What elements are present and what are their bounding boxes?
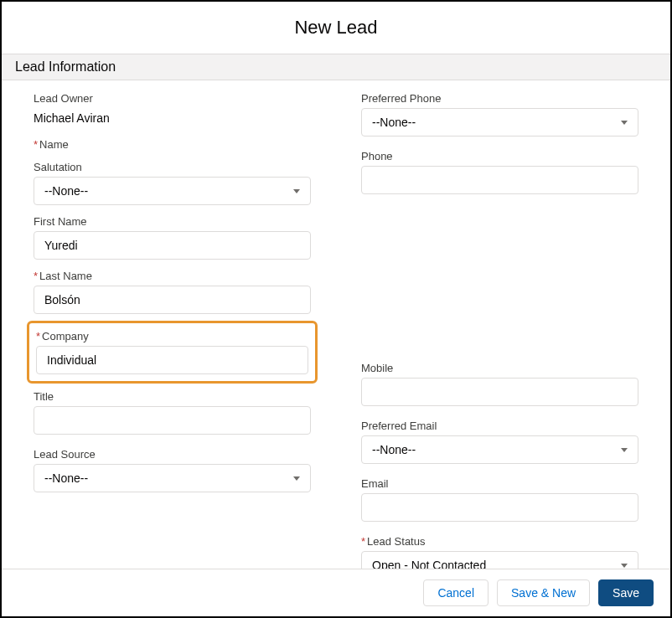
chevron-down-icon <box>621 564 628 568</box>
field-email: Email <box>361 477 638 522</box>
left-column: Lead Owner Michael Aviran *Name Salutati… <box>8 92 336 593</box>
last-name-input[interactable] <box>34 286 311 314</box>
label-preferred-phone: Preferred Phone <box>361 92 638 105</box>
field-title: Title <box>34 390 311 435</box>
field-mobile: Mobile <box>361 362 638 406</box>
preferred-email-select[interactable]: --None-- <box>361 435 638 464</box>
field-preferred-phone: Preferred Phone --None-- <box>361 92 638 136</box>
field-company: *Company <box>36 330 308 374</box>
label-salutation: Salutation <box>34 161 311 173</box>
mobile-input[interactable] <box>361 378 638 406</box>
company-input[interactable] <box>36 346 308 374</box>
required-asterisk: * <box>361 535 365 548</box>
dialog-footer: Cancel Save & New Save <box>2 569 670 616</box>
label-lead-owner: Lead Owner <box>34 92 311 105</box>
label-lead-source: Lead Source <box>34 448 311 461</box>
dialog-title: New Lead <box>2 2 670 54</box>
field-lead-source: Lead Source --None-- <box>34 448 311 492</box>
cancel-button[interactable]: Cancel <box>423 579 488 606</box>
chevron-down-icon <box>621 448 628 452</box>
chevron-down-icon <box>621 121 628 125</box>
value-lead-owner: Michael Aviran <box>34 108 311 125</box>
lead-source-value: --None-- <box>44 471 88 485</box>
field-preferred-email: Preferred Email --None-- <box>361 420 638 464</box>
salutation-value: --None-- <box>44 184 88 198</box>
email-input[interactable] <box>361 493 638 522</box>
required-asterisk: * <box>34 270 38 282</box>
title-input[interactable] <box>34 406 311 435</box>
label-mobile: Mobile <box>361 362 638 374</box>
section-header-lead-information: Lead Information <box>2 54 670 80</box>
field-name: *Name Salutation --None-- First Name *La… <box>34 138 311 314</box>
company-highlight: *Company <box>27 321 318 384</box>
first-name-input[interactable] <box>34 231 311 260</box>
label-phone: Phone <box>361 150 638 162</box>
label-last-name: *Last Name <box>34 270 311 282</box>
right-column: Preferred Phone --None-- Phone Mobile Pr… <box>336 92 664 593</box>
save-button[interactable]: Save <box>598 579 654 606</box>
label-name: *Name <box>34 138 311 151</box>
label-title: Title <box>34 390 311 403</box>
label-email: Email <box>361 477 638 490</box>
label-company: *Company <box>36 330 308 342</box>
required-asterisk: * <box>36 330 40 342</box>
salutation-select[interactable]: --None-- <box>34 177 311 205</box>
preferred-phone-select[interactable]: --None-- <box>361 108 638 136</box>
label-first-name: First Name <box>34 215 311 228</box>
save-and-new-button[interactable]: Save & New <box>497 579 590 606</box>
chevron-down-icon <box>293 189 300 193</box>
lead-source-select[interactable]: --None-- <box>34 464 311 492</box>
field-lead-owner: Lead Owner Michael Aviran <box>34 92 311 125</box>
field-phone: Phone <box>361 150 638 194</box>
preferred-email-value: --None-- <box>372 443 416 456</box>
chevron-down-icon <box>293 476 300 481</box>
preferred-phone-value: --None-- <box>372 116 416 129</box>
label-lead-status: *Lead Status <box>361 535 638 548</box>
form-body: Lead Owner Michael Aviran *Name Salutati… <box>2 80 670 593</box>
phone-input[interactable] <box>361 166 638 194</box>
label-preferred-email: Preferred Email <box>361 420 638 432</box>
required-asterisk: * <box>34 138 38 151</box>
